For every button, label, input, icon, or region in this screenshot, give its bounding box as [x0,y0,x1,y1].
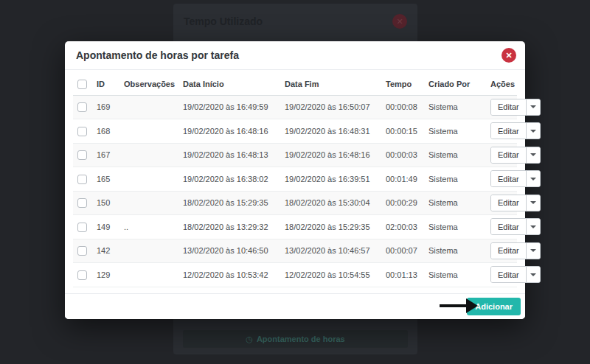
row-checkbox[interactable] [77,270,87,280]
hours-log-modal: Apontamento de horas por tarefa ✕ ID Obs… [65,41,525,319]
edit-split-button: Editar [490,147,541,164]
column-header-acoes: Ações [490,73,517,95]
table-row: 168 19/02/2020 às 16:48:16 19/02/2020 às… [73,119,517,144]
table-row: 150 18/02/2020 às 15:29:35 18/02/2020 às… [73,191,517,215]
edit-dropdown-toggle[interactable] [526,219,540,234]
cell-observacoes [124,263,183,287]
cell-id: 169 [97,95,124,119]
edit-dropdown-toggle[interactable] [526,171,540,186]
edit-split-button: Editar [490,122,541,139]
cell-tempo: 00:01:13 [386,263,428,287]
row-checkbox[interactable] [77,175,87,184]
cell-criado-por: Sistema [428,263,490,287]
editar-button[interactable]: Editar [491,147,526,163]
editar-button[interactable]: Editar [491,195,526,211]
row-checkbox[interactable] [77,223,87,232]
column-header-criado-por: Criado Por [428,73,490,95]
edit-dropdown-toggle[interactable] [526,147,540,163]
background-modal-header: Tempo Utilizado ✕ [173,4,417,29]
select-all-checkbox[interactable] [77,80,87,89]
cell-id: 165 [97,167,124,192]
edit-dropdown-toggle[interactable] [526,99,540,115]
edit-split-button: Editar [490,266,541,283]
row-checkbox[interactable] [77,127,87,136]
cell-data-inicio: 19/02/2020 às 16:38:02 [183,167,285,192]
apontamento-de-horas-label: Apontamento de horas [257,335,345,343]
edit-split-button: Editar [490,242,541,259]
chevron-down-icon [530,105,536,108]
edit-dropdown-toggle[interactable] [526,195,540,211]
column-header-data-fim: Data Fim [285,73,386,95]
cell-data-inicio: 19/02/2020 às 16:49:59 [183,95,285,119]
editar-button[interactable]: Editar [491,99,526,115]
modal-title: Apontamento de horas por tarefa [76,49,239,61]
edit-split-button: Editar [490,170,541,187]
table-header: ID Observações Data Início Data Fim Temp… [73,73,517,95]
chevron-down-icon [530,201,536,204]
editar-button[interactable]: Editar [491,123,526,139]
cell-data-fim: 18/02/2020 às 15:29:35 [285,215,386,239]
adicionar-button[interactable]: Adicionar [467,298,521,315]
column-header-observacoes: Observações [124,73,183,95]
cell-criado-por: Sistema [428,239,490,263]
cell-criado-por: Sistema [428,143,490,167]
cell-data-fim: 19/02/2020 às 16:50:07 [285,95,386,119]
cell-tempo: 00:00:08 [386,95,428,119]
editar-button[interactable]: Editar [491,267,526,282]
row-checkbox[interactable] [77,150,87,160]
cell-data-fim: 19/02/2020 às 16:39:51 [285,167,386,192]
cell-criado-por: Sistema [428,167,490,192]
hours-table: ID Observações Data Início Data Fim Temp… [73,73,517,287]
row-checkbox[interactable] [77,198,87,208]
cell-id: 142 [97,239,124,263]
cell-observacoes [124,191,183,215]
close-icon[interactable]: ✕ [502,48,516,63]
cell-data-inicio: 12/02/2020 às 10:53:42 [183,263,285,287]
chevron-down-icon [530,130,536,133]
cell-observacoes: .. [124,215,183,239]
editar-button[interactable]: Editar [491,171,526,186]
cell-tempo: 00:01:49 [386,167,428,192]
clock-icon: ◷ [246,335,253,344]
cell-data-fim: 18/02/2020 às 15:30:04 [285,191,386,215]
column-header-data-inicio: Data Início [183,73,285,95]
background-close-icon: ✕ [392,14,407,29]
edit-split-button: Editar [490,195,541,211]
cell-data-inicio: 19/02/2020 às 16:48:13 [183,143,285,167]
cell-criado-por: Sistema [428,215,490,239]
table-row: 165 19/02/2020 às 16:38:02 19/02/2020 às… [73,167,517,192]
editar-button[interactable]: Editar [491,243,526,259]
row-checkbox[interactable] [77,246,87,256]
cell-data-inicio: 18/02/2020 às 13:29:32 [183,215,285,239]
table-body: 169 19/02/2020 às 16:49:59 19/02/2020 às… [73,95,517,287]
edit-dropdown-toggle[interactable] [526,123,540,139]
chevron-down-icon [530,225,536,228]
table-row: 167 19/02/2020 às 16:48:13 19/02/2020 às… [73,143,517,167]
editar-button[interactable]: Editar [491,219,526,234]
cell-tempo: 00:00:29 [386,191,428,215]
cell-criado-por: Sistema [428,119,490,144]
cell-id: 129 [97,263,124,287]
cell-data-inicio: 13/02/2020 às 10:46:50 [183,239,285,263]
apontamento-de-horas-button: ◷ Apontamento de horas [183,330,408,348]
chevron-down-icon [530,178,536,181]
cell-tempo: 00:00:15 [386,119,428,144]
edit-dropdown-toggle[interactable] [526,243,540,259]
cell-observacoes [124,167,183,192]
row-checkbox[interactable] [77,102,87,112]
cell-id: 150 [97,191,124,215]
table-row: 142 13/02/2020 às 10:46:50 13/02/2020 às… [73,239,517,263]
chevron-down-icon [530,153,536,156]
column-header-tempo: Tempo [386,73,428,95]
edit-dropdown-toggle[interactable] [526,267,540,282]
background-modal-title: Tempo Utilizado [184,15,263,27]
chevron-down-icon [530,249,536,252]
cell-tempo: 02:00:03 [386,215,428,239]
column-header-id: ID [97,73,124,95]
cell-data-fim: 13/02/2020 às 10:46:57 [285,239,386,263]
cell-data-fim: 12/02/2020 às 10:54:55 [285,263,386,287]
cell-id: 167 [97,143,124,167]
modal-footer: Adicionar [65,293,525,319]
table-row: 149 .. 18/02/2020 às 13:29:32 18/02/2020… [73,215,517,239]
modal-header: Apontamento de horas por tarefa ✕ [65,41,525,70]
